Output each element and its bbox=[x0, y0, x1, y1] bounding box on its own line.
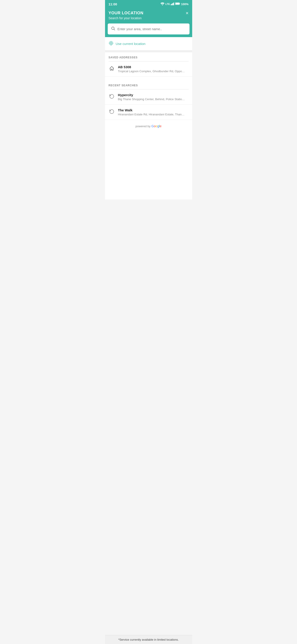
home-icon bbox=[109, 66, 115, 72]
svg-line-9 bbox=[114, 29, 115, 30]
svg-rect-2 bbox=[172, 4, 172, 5]
svg-rect-4 bbox=[173, 2, 174, 5]
status-time: 11:00 bbox=[109, 2, 117, 6]
content-spacer bbox=[105, 132, 192, 200]
recent-search-item-0[interactable]: Hypercity Big Thane Shopping Center, Beh… bbox=[105, 90, 192, 105]
saved-addresses-title: SAVED ADDRESSES bbox=[109, 56, 189, 59]
google-letter-o2: o bbox=[156, 124, 157, 128]
page-subtitle: Search for your location bbox=[109, 16, 189, 20]
recent-search-title-1: The Walk bbox=[118, 108, 189, 112]
battery-icon bbox=[175, 2, 180, 6]
svg-point-10 bbox=[110, 42, 112, 44]
wifi-icon bbox=[160, 2, 164, 6]
recent-search-item-1[interactable]: The Walk Hiranandani Estate Rd, Hiranand… bbox=[105, 105, 192, 120]
current-location-icon bbox=[109, 41, 113, 47]
powered-by: powered by Google bbox=[105, 120, 192, 132]
search-bar-container bbox=[105, 24, 192, 37]
recent-search-content-1: The Walk Hiranandani Estate Rd, Hiranand… bbox=[118, 108, 189, 116]
section-gap bbox=[105, 77, 192, 80]
recent-searches-title: RECENT SEARCHES bbox=[109, 84, 189, 87]
svg-rect-1 bbox=[171, 4, 171, 5]
recent-searches-section: RECENT SEARCHES bbox=[105, 80, 192, 90]
page-title: YOUR LOCATION bbox=[109, 11, 189, 16]
powered-by-prefix: powered by bbox=[135, 124, 150, 128]
recent-search-content-0: Hypercity Big Thane Shopping Center, Beh… bbox=[118, 93, 189, 101]
svg-rect-7 bbox=[175, 3, 179, 4]
main-content: Use current location SAVED ADDRESSES AB … bbox=[105, 37, 192, 200]
recent-search-title-0: Hypercity bbox=[118, 93, 189, 97]
svg-point-0 bbox=[162, 5, 163, 5]
svg-point-11 bbox=[109, 41, 113, 45]
header: YOUR LOCATION Search for your location × bbox=[105, 8, 192, 24]
google-letter-e: e bbox=[160, 124, 162, 128]
saved-address-content: AB 5308 Tropical Lagoon Complex, Ghodbun… bbox=[118, 65, 189, 73]
close-button[interactable]: × bbox=[186, 11, 189, 16]
status-bar: 11:00 LTE 100% bbox=[105, 0, 192, 8]
recent-search-subtitle-1: Hiranandani Estate Rd, Hiranandani Estat… bbox=[118, 113, 189, 116]
search-bar bbox=[108, 24, 190, 34]
recent-search-subtitle-0: Big Thane Shopping Center, Behind, Polic… bbox=[118, 98, 189, 101]
divider-1 bbox=[105, 50, 192, 52]
lte-icon: LTE bbox=[165, 3, 170, 5]
signal-icon bbox=[171, 2, 174, 6]
saved-address-subtitle: Tropical Lagoon Complex, Ghodbunder Rd, … bbox=[118, 70, 189, 73]
use-current-location-button[interactable]: Use current location bbox=[105, 37, 192, 50]
recent-icon-1 bbox=[109, 109, 115, 116]
saved-address-title: AB 5308 bbox=[118, 65, 189, 69]
google-letter-g2: g bbox=[157, 124, 159, 128]
google-brand: Google bbox=[152, 124, 162, 128]
search-icon bbox=[111, 26, 115, 32]
svg-point-8 bbox=[111, 27, 114, 30]
saved-addresses-section: SAVED ADDRESSES bbox=[105, 52, 192, 62]
current-location-label: Use current location bbox=[116, 42, 145, 46]
svg-rect-3 bbox=[173, 3, 173, 5]
svg-rect-6 bbox=[179, 3, 180, 4]
battery-percent: 100% bbox=[181, 2, 188, 6]
saved-address-item[interactable]: AB 5308 Tropical Lagoon Complex, Ghodbun… bbox=[105, 62, 192, 77]
status-icons: LTE 100% bbox=[160, 2, 188, 6]
recent-icon-0 bbox=[109, 94, 115, 100]
location-search-input[interactable] bbox=[118, 27, 186, 31]
google-letter-g: G bbox=[152, 124, 154, 128]
